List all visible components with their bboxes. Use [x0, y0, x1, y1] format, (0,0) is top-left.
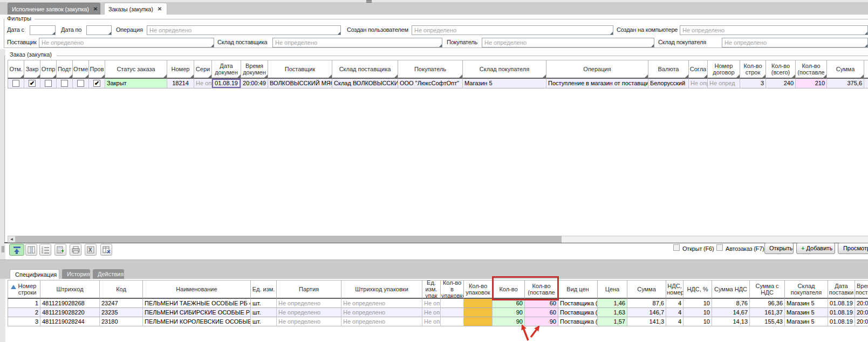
tab-requests-execution[interactable]: Исполнение заявок (закупка) ✕	[8, 3, 100, 15]
checkbox-unchecked[interactable]	[77, 80, 84, 87]
spec-header-18[interactable]: Сумма с НДС	[750, 280, 785, 299]
spec-cell-1-7[interactable]: Не оп	[422, 299, 441, 308]
orders-header-13[interactable]: Покупатель	[398, 60, 463, 79]
orders-cell-1-10[interactable]: 20:00:49	[241, 79, 268, 88]
spec-cell-2-8[interactable]	[441, 308, 464, 317]
orders-header-3[interactable]: Подт	[57, 60, 73, 79]
spec-header-3[interactable]: Наименование	[143, 280, 251, 299]
orders-header-21[interactable]: Кол-во (поставле	[796, 60, 827, 79]
spec-cell-1-9[interactable]	[464, 299, 493, 308]
orders-cell-1-20[interactable]: 240	[766, 79, 796, 88]
orders-cell-1-22[interactable]: 375,6	[827, 79, 864, 88]
buyer-input[interactable]: Не определено	[482, 38, 654, 47]
orders-cell-1-14[interactable]: Магазин 5	[463, 79, 546, 88]
checkbox-unchecked[interactable]	[45, 80, 52, 87]
supplier-warehouse-input[interactable]: Не определено	[272, 38, 442, 47]
spec-header-13[interactable]: Цена	[598, 280, 627, 299]
date-from-input[interactable]	[30, 25, 56, 35]
spec-header-7[interactable]: Ед. изм. упак	[422, 280, 441, 299]
spec-cell-2-13[interactable]: 1,63	[598, 308, 627, 317]
orders-header-1[interactable]: Закр	[24, 60, 40, 79]
spec-cell-1-8[interactable]	[441, 299, 464, 308]
orders-cell-1-11[interactable]: ВОЛКОВЫССКИЙ МЯСО	[268, 79, 332, 88]
spec-cell-1-15[interactable]: 4	[666, 299, 684, 308]
spec-header-14[interactable]: Сумма	[627, 280, 666, 299]
spec-cell-1-0[interactable]: 1	[8, 299, 40, 308]
orders-header-18[interactable]: Номер договор	[708, 60, 740, 79]
orders-header-22[interactable]: Сумма	[827, 60, 864, 79]
spec-cell-3-3[interactable]: ПЕЛЬМЕНИ КОРОЛЕВСКИЕ ОСОБЫЕ 450	[143, 317, 251, 326]
spec-cell-1-6[interactable]: Не определено	[341, 299, 422, 308]
spec-cell-1-20[interactable]: 01.08.19	[828, 299, 855, 308]
spec-cell-2-20[interactable]: 01.08.19	[828, 308, 855, 317]
orders-cell-1-21[interactable]: 210	[796, 79, 827, 88]
spec-header-1[interactable]: Штрихкод	[40, 280, 100, 299]
spec-cell-3-21[interactable]: 20:00	[855, 317, 868, 326]
orders-cell-1-4[interactable]	[73, 79, 89, 88]
spec-cell-1-14[interactable]: 87,6	[627, 299, 666, 308]
orders-cell-1-12[interactable]: Склад ВОЛКОВЫССКИЙ	[332, 79, 398, 88]
orders-cell-1-2[interactable]	[40, 79, 57, 88]
spec-cell-3-6[interactable]: Не определено	[341, 317, 422, 326]
scrollbar-thumb[interactable]	[16, 236, 562, 243]
spec-header-16[interactable]: НДС, %	[684, 280, 712, 299]
spec-cell-3-19[interactable]: Магазин 5	[785, 317, 828, 326]
orders-header-12[interactable]: Склад поставщика	[332, 60, 398, 79]
spec-cell-2-21[interactable]: 20:00	[855, 308, 868, 317]
spec-cell-2-0[interactable]: 2	[8, 308, 40, 317]
checkbox-unchecked[interactable]	[61, 80, 68, 87]
close-icon[interactable]: ✕	[93, 6, 98, 12]
print-button[interactable]	[70, 244, 81, 256]
spec-cell-2-15[interactable]: 4	[666, 308, 684, 317]
spec-cell-1-4[interactable]: шт.	[251, 299, 277, 308]
spec-cell-1-12[interactable]: Поставщика (с	[558, 299, 598, 308]
spec-cell-1-1[interactable]: 4811219028268	[40, 299, 100, 308]
orders-header-23[interactable]	[864, 60, 868, 79]
created-by-input[interactable]: Не определено	[412, 25, 613, 35]
spec-cell-3-16[interactable]: 10	[684, 317, 712, 326]
orders-cell-1-18[interactable]: Не опред	[708, 79, 740, 88]
orders-header-16[interactable]: Валюта	[648, 60, 689, 79]
spec-cell-2-4[interactable]: шт.	[251, 308, 277, 317]
supplier-input[interactable]: Не определено	[39, 38, 214, 47]
remove-table-button[interactable]	[100, 244, 112, 256]
spec-cell-2-7[interactable]: Не оп	[422, 308, 441, 317]
spec-cell-2-5[interactable]: Не определено	[277, 308, 341, 317]
created-on-input[interactable]: Не определено	[680, 25, 868, 35]
spec-cell-2-2[interactable]: 23235	[100, 308, 143, 317]
autoorder-checkbox[interactable]	[716, 244, 723, 251]
spec-cell-3-4[interactable]: шт.	[251, 317, 277, 326]
excel-export-button[interactable]: X	[85, 244, 97, 256]
spec-cell-1-16[interactable]: 10	[684, 299, 712, 308]
spec-cell-2-12[interactable]: Поставщика (с	[558, 308, 598, 317]
spec-header-21[interactable]: Время поставки	[855, 280, 868, 299]
spec-header-4[interactable]: Ед. изм.	[251, 280, 277, 299]
spec-cell-3-15[interactable]: 4	[666, 317, 684, 326]
close-icon[interactable]: ✕	[158, 6, 162, 12]
checkbox-checked[interactable]: ✔	[93, 80, 100, 87]
orders-row-1[interactable]: ✔✔Закрыт18214Не опр01.08.1920:00:49ВОЛКО…	[8, 79, 868, 88]
spec-cell-2-18[interactable]: 161,37	[750, 308, 785, 317]
spec-cell-3-12[interactable]: Поставщика (с	[558, 317, 598, 326]
spec-header-19[interactable]: Склад покупателя	[785, 280, 828, 299]
scrollbar-left-arrow-icon[interactable]: ◄	[8, 236, 16, 243]
orders-cell-1-1[interactable]: ✔	[24, 79, 40, 88]
open-button[interactable]: Открыть	[764, 243, 794, 254]
spec-header-8[interactable]: Кол-во в упаковке	[441, 280, 464, 299]
orders-cell-1-23[interactable]	[864, 79, 868, 88]
orders-header-8[interactable]: Сери	[194, 60, 212, 79]
calculator-button[interactable]	[54, 244, 66, 256]
orders-header-6[interactable]: Статус заказа	[105, 60, 167, 79]
spec-cell-1-17[interactable]: 8,76	[712, 299, 750, 308]
numbering-button[interactable]: 123	[39, 244, 51, 256]
spec-cell-2-3[interactable]: ПЕЛЬМЕНИ СИБИРСКИЕ ОСОБЫЕ РБ 45	[143, 308, 251, 317]
spec-cell-3-20[interactable]: 01.08.19	[828, 317, 855, 326]
spec-cell-3-9[interactable]	[464, 317, 493, 326]
orders-header-17[interactable]: Согла	[689, 60, 708, 79]
spec-cell-3-1[interactable]: 4811219028244	[40, 317, 100, 326]
columns-button[interactable]	[25, 244, 37, 256]
spec-header-0[interactable]: Номер строки	[8, 280, 40, 299]
orders-cell-1-0[interactable]	[8, 79, 24, 88]
spec-cell-2-6[interactable]: Не определено	[341, 308, 422, 317]
spec-header-5[interactable]: Партия	[277, 280, 341, 299]
